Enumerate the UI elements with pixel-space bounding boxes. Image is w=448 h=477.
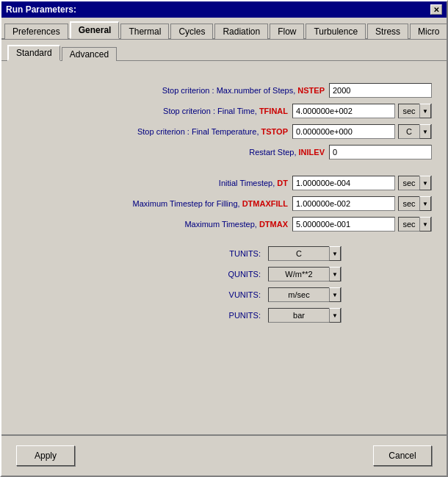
- tfinal-key: TFINAL: [259, 107, 288, 115]
- tstop-unit-box[interactable]: C ▼: [398, 124, 432, 139]
- punits-arrow[interactable]: ▼: [329, 308, 341, 323]
- qunits-dropdown[interactable]: W/m**2 ▼: [268, 267, 342, 281]
- vunits-value: m/sec: [269, 290, 329, 299]
- tfinal-unit-text: sec: [399, 107, 419, 115]
- inilev-input[interactable]: [329, 145, 432, 159]
- tunits-row: TUNITS: C ▼: [106, 246, 342, 261]
- vunits-arrow[interactable]: ▼: [329, 287, 341, 302]
- tfinal-label: Stop criterion : Final Time, TFINAL: [163, 107, 288, 115]
- dtmax-row: Maximum Timestep, DTMAX sec ▼: [16, 217, 432, 232]
- tstop-label: Stop criterion : Final Temperature, TSTO…: [137, 127, 288, 136]
- tfinal-row: Stop criterion : Final Time, TFINAL sec …: [16, 104, 432, 118]
- tfinal-unit-dropdown: sec ▼: [398, 104, 432, 118]
- tfinal-input[interactable]: [292, 104, 395, 118]
- dtmax-label: Maximum Timestep, DTMAX: [184, 220, 288, 229]
- qunits-label: QUNITS:: [217, 270, 261, 279]
- qunits-row: QUNITS: W/m**2 ▼: [106, 267, 342, 281]
- tab-preferences[interactable]: Preferences: [4, 24, 68, 39]
- tstop-row: Stop criterion : Final Temperature, TSTO…: [16, 124, 432, 139]
- dtmaxfill-unit-dropdown: sec ▼: [398, 196, 432, 211]
- dtmax-input[interactable]: [292, 217, 395, 232]
- units-section: TUNITS: C ▼ QUNITS: W/m**2 ▼ VUNITS: m/s…: [16, 246, 432, 329]
- tab-stress[interactable]: Stress: [367, 24, 408, 39]
- dtmaxfill-unit-box[interactable]: sec ▼: [398, 196, 432, 211]
- tunits-value: C: [269, 249, 329, 258]
- dtmax-unit-dropdown: sec ▼: [398, 217, 432, 232]
- tab-radiation[interactable]: Radiation: [214, 24, 268, 39]
- inilev-key: INILEV: [299, 148, 325, 157]
- vunits-label: VUNITS:: [217, 290, 261, 299]
- tstop-unit-dropdown: C ▼: [398, 124, 432, 139]
- tab-flow[interactable]: Flow: [270, 24, 304, 39]
- form-section: Stop criterion : Max.number of Steps, NS…: [16, 83, 432, 232]
- tstop-input[interactable]: [292, 124, 395, 139]
- vunits-row: VUNITS: m/sec ▼: [106, 287, 342, 302]
- outer-tab-bar: Preferences General Thermal Cycles Radia…: [1, 18, 447, 40]
- dtmax-key: DTMAX: [259, 220, 288, 229]
- inilev-row: Restart Step, INILEV: [16, 145, 432, 159]
- nstep-label: Stop criterion : Max.number of Steps, NS…: [162, 86, 325, 95]
- dtmaxfill-label: Maximum Timestep for Filling, DTMAXFILL: [133, 199, 288, 208]
- dtmax-unit-text: sec: [399, 220, 419, 229]
- vunits-dropdown[interactable]: m/sec ▼: [268, 287, 342, 302]
- apply-button[interactable]: Apply: [16, 445, 75, 466]
- content-area: Stop criterion : Max.number of Steps, NS…: [1, 61, 447, 434]
- nstep-key: NSTEP: [297, 86, 325, 95]
- run-parameters-window: Run Parameters: ✕ Preferences General Th…: [0, 0, 448, 477]
- dtmax-unit-arrow[interactable]: ▼: [419, 217, 431, 232]
- tab-standard[interactable]: Standard: [7, 45, 60, 61]
- qunits-value: W/m**2: [269, 270, 329, 279]
- cancel-button[interactable]: Cancel: [373, 445, 432, 466]
- close-button[interactable]: ✕: [430, 4, 442, 15]
- tunits-dropdown[interactable]: C ▼: [268, 246, 342, 261]
- dt-unit-dropdown: sec ▼: [398, 176, 432, 190]
- dtmaxfill-key: DTMAXFILL: [242, 199, 288, 208]
- dt-unit-arrow[interactable]: ▼: [419, 176, 431, 190]
- tab-micro[interactable]: Micro: [410, 24, 447, 39]
- tstop-unit-arrow[interactable]: ▼: [419, 124, 431, 139]
- tab-thermal[interactable]: Thermal: [120, 24, 169, 39]
- tfinal-unit-box[interactable]: sec ▼: [398, 104, 432, 118]
- dt-label: Initial Timestep, DT: [219, 179, 288, 187]
- tab-general[interactable]: General: [70, 21, 120, 39]
- nstep-row: Stop criterion : Max.number of Steps, NS…: [16, 83, 432, 98]
- inner-tab-bar: Standard Advanced: [1, 41, 447, 61]
- tstop-key: TSTOP: [261, 127, 288, 136]
- nstep-input[interactable]: [329, 83, 432, 98]
- close-icon: ✕: [433, 6, 439, 14]
- tab-turbulence[interactable]: Turbulence: [306, 24, 366, 39]
- dtmaxfill-unit-text: sec: [399, 199, 419, 208]
- dt-key: DT: [277, 179, 288, 187]
- dt-row: Initial Timestep, DT sec ▼: [16, 176, 432, 190]
- inilev-label: Restart Step, INILEV: [249, 148, 325, 157]
- tunits-label: TUNITS:: [217, 249, 261, 258]
- punits-label: PUNITS:: [217, 311, 261, 320]
- dt-input[interactable]: [292, 176, 395, 190]
- dtmaxfill-row: Maximum Timestep for Filling, DTMAXFILL …: [16, 196, 432, 211]
- dtmaxfill-unit-arrow[interactable]: ▼: [419, 196, 431, 211]
- tfinal-unit-arrow[interactable]: ▼: [419, 104, 431, 118]
- tab-cycles[interactable]: Cycles: [170, 24, 213, 39]
- tstop-unit-text: C: [399, 127, 419, 136]
- qunits-arrow[interactable]: ▼: [329, 267, 341, 281]
- tab-advanced[interactable]: Advanced: [62, 47, 117, 61]
- window-title: Run Parameters:: [6, 4, 76, 15]
- tunits-arrow[interactable]: ▼: [329, 246, 341, 261]
- punits-dropdown[interactable]: bar ▼: [268, 308, 342, 323]
- punits-value: bar: [269, 311, 329, 320]
- punits-row: PUNITS: bar ▼: [106, 308, 342, 323]
- dtmax-unit-box[interactable]: sec ▼: [398, 217, 432, 232]
- title-bar: Run Parameters: ✕: [1, 1, 447, 18]
- dt-unit-box[interactable]: sec ▼: [398, 176, 432, 190]
- dtmaxfill-input[interactable]: [292, 196, 395, 211]
- dt-unit-text: sec: [399, 179, 419, 187]
- bottom-bar: Apply Cancel: [1, 434, 447, 476]
